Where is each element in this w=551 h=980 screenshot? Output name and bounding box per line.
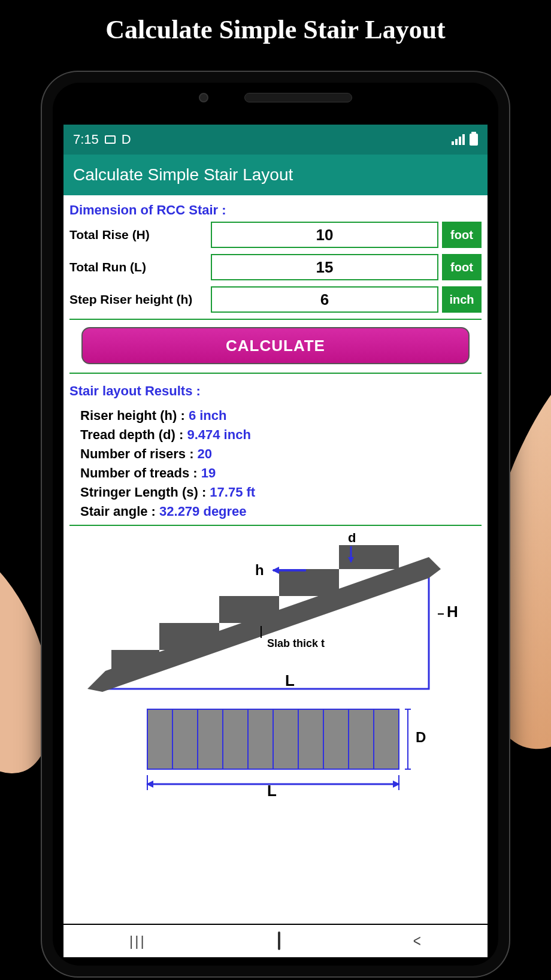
field-row-total-rise: Total Rise (H) foot (69, 222, 482, 248)
nav-home-button[interactable] (278, 933, 280, 949)
input-riser-height[interactable] (211, 286, 438, 313)
status-indicator: D (122, 132, 131, 147)
screen: 7:15 D Calculate Simple Stair Layout Dim… (63, 125, 488, 924)
svg-marker-0 (87, 557, 441, 692)
phone-inner: 7:15 D Calculate Simple Stair Layout Dim… (53, 83, 498, 966)
unit-total-rise[interactable]: foot (442, 222, 482, 248)
svg-marker-11 (272, 567, 279, 574)
svg-marker-3 (219, 596, 279, 623)
phone-frame: 7:15 D Calculate Simple Stair Layout Dim… (42, 72, 509, 976)
results-block: Riser height (h) : 6 inch Tread depth (d… (69, 403, 482, 521)
status-bar: 7:15 D (63, 125, 488, 155)
notch-bar (53, 83, 498, 113)
field-row-riser-height: Step Riser height (h) inch (69, 286, 482, 313)
svg-text:L: L (285, 672, 295, 689)
promo-title: Calculate Simple Stair Layout (0, 0, 551, 51)
result-num-risers: Number of risers : 20 (72, 444, 479, 464)
svg-text:D: D (416, 729, 426, 745)
section-results-title: Stair layout Results : (69, 381, 482, 403)
svg-text:d: d (348, 533, 356, 545)
status-time: 7:15 (73, 132, 99, 147)
result-riser-height: Riser height (h) : 6 inch (72, 406, 479, 425)
screenshot-icon (105, 135, 116, 144)
field-row-total-run: Total Run (L) foot (69, 254, 482, 280)
label-total-rise: Total Rise (H) (69, 228, 207, 242)
svg-text:L: L (267, 782, 277, 799)
app-bar: Calculate Simple Stair Layout (63, 155, 488, 195)
android-nav-bar: ||| < (63, 925, 488, 957)
content[interactable]: Dimension of RCC Stair : Total Rise (H) … (63, 195, 488, 924)
signal-icon (452, 134, 465, 145)
calculate-button[interactable]: CALCULATE (81, 327, 470, 364)
svg-marker-1 (111, 650, 159, 671)
nav-recents-button[interactable]: ||| (129, 933, 146, 949)
divider (69, 525, 482, 526)
svg-text:h: h (255, 562, 264, 578)
nav-back-button[interactable]: < (413, 931, 420, 951)
label-riser-height: Step Riser height (h) (69, 292, 207, 307)
unit-riser-height[interactable]: inch (442, 286, 482, 313)
input-total-rise[interactable] (211, 222, 438, 248)
stair-plan-diagram-icon: D L (69, 703, 477, 799)
svg-text:Slab thick t: Slab thick t (267, 637, 325, 649)
unit-total-run[interactable]: foot (442, 254, 482, 280)
result-tread-depth: Tread depth (d) : 9.474 inch (72, 425, 479, 444)
battery-icon (470, 134, 478, 146)
svg-text:H: H (447, 603, 458, 621)
result-stringer-len: Stringer Length (s) : 17.75 ft (72, 483, 479, 502)
label-total-run: Total Run (L) (69, 260, 207, 274)
stair-side-diagram-icon: d h H Slab thick t L (69, 533, 477, 701)
svg-marker-2 (159, 623, 219, 650)
divider (69, 373, 482, 374)
speaker-grill-icon (244, 93, 352, 102)
section-dimension-title: Dimension of RCC Stair : (69, 200, 482, 222)
app-title: Calculate Simple Stair Layout (73, 165, 293, 184)
input-total-run[interactable] (211, 254, 438, 280)
result-num-treads: Number of treads : 19 (72, 464, 479, 483)
divider (69, 319, 482, 320)
camera-dot-icon (199, 93, 208, 102)
result-stair-angle: Stair angle : 32.279 degree (72, 502, 479, 521)
stair-diagram: d h H Slab thick t L (69, 533, 482, 801)
svg-marker-4 (279, 569, 339, 596)
